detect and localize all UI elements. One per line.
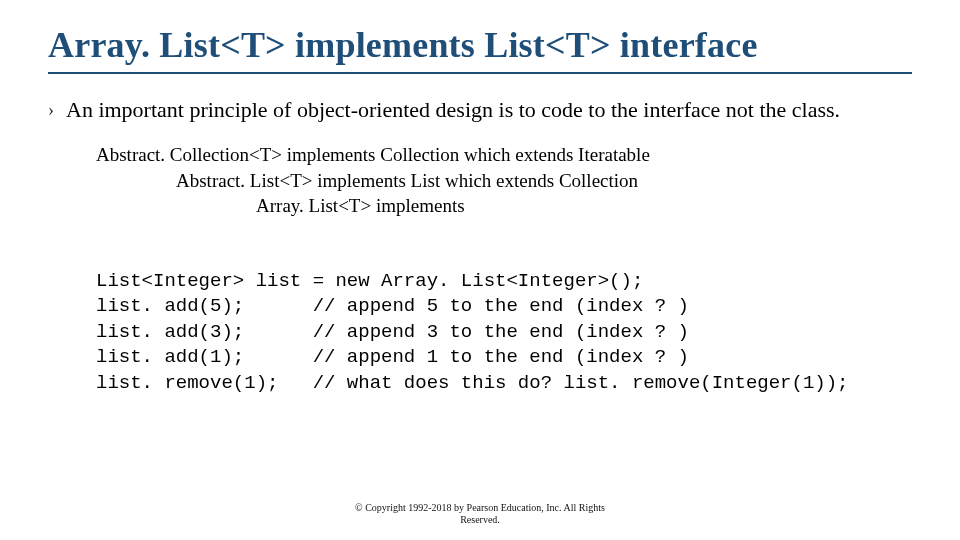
hierarchy-line-2: Abstract. List<T> implements List which … [96,168,912,194]
code-line-3: list. add(3); // append 3 to the end (in… [96,321,689,343]
code-line-5: list. remove(1); // what does this do? l… [96,372,849,394]
code-line-1: List<Integer> list = new Array. List<Int… [96,270,643,292]
footer-line-1: © Copyright 1992-2018 by Pearson Educati… [0,502,960,514]
code-block: List<Integer> list = new Array. List<Int… [96,243,912,422]
footer-line-2: Reserved. [0,514,960,526]
code-line-2: list. add(5); // append 5 to the end (in… [96,295,689,317]
slide-body: › An important principle of object-orien… [48,96,912,422]
hierarchy-line-1: Abstract. Collection<T> implements Colle… [96,142,912,168]
class-hierarchy: Abstract. Collection<T> implements Colle… [96,142,912,219]
copyright-footer: © Copyright 1992-2018 by Pearson Educati… [0,502,960,526]
bullet-icon: › [48,96,54,124]
bullet-item: › An important principle of object-orien… [48,96,912,124]
hierarchy-line-3: Array. List<T> implements [96,193,912,219]
code-line-4: list. add(1); // append 1 to the end (in… [96,346,689,368]
bullet-text: An important principle of object-oriente… [66,96,840,124]
slide: Array. List<T> implements List<T> interf… [0,0,960,540]
slide-title: Array. List<T> implements List<T> interf… [48,24,912,74]
